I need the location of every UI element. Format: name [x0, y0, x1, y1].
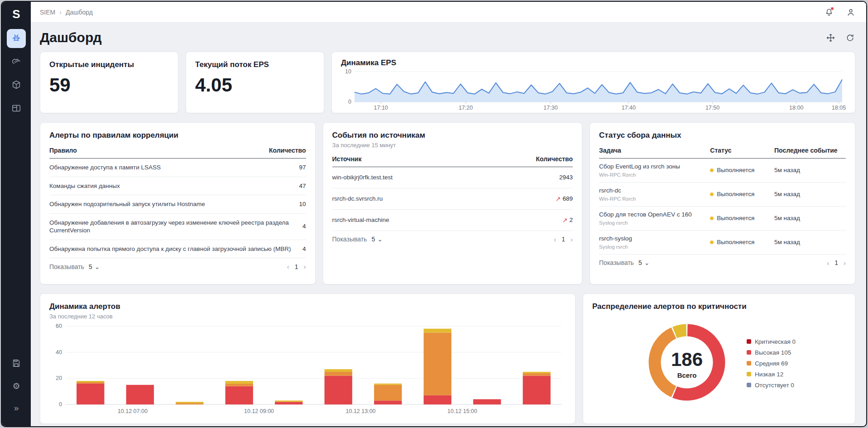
- page-size-value: 5: [638, 259, 642, 266]
- page-next-button[interactable]: ›: [844, 259, 846, 267]
- topbar: SIEM › Дашборд: [31, 2, 866, 23]
- svg-text:20: 20: [56, 375, 62, 381]
- sidebar-item-panels[interactable]: [7, 100, 26, 119]
- page-prev-button[interactable]: ‹: [827, 259, 829, 267]
- alert-rules-table: Обнаружение доступа к памяти LSASS97Кома…: [49, 159, 306, 258]
- svg-text:10.12 09:00: 10.12 09:00: [244, 408, 274, 414]
- main-area: SIEM › Дашборд: [31, 2, 866, 426]
- sidebar-item-dashboard[interactable]: [7, 29, 26, 48]
- table-row[interactable]: Сбор для тестов OpenAEV с 160Syslog rsrc…: [599, 207, 846, 231]
- table-row[interactable]: rsrch-syslogSyslog rsrchВыполняется5м на…: [599, 231, 846, 255]
- eps-area-chart: 01017:1017:2017:3017:4017:5018:0018:05: [341, 69, 846, 112]
- bug-icon: [11, 33, 21, 44]
- status-label: Выполняется: [717, 239, 754, 245]
- table-row[interactable]: Обнаружение доступа к памяти LSASS97: [49, 159, 306, 177]
- eps-flow-value: 4.05: [195, 76, 315, 95]
- page-size-label: Показывать: [599, 259, 634, 266]
- topbar-actions: [825, 8, 855, 17]
- sidebar-item-settings[interactable]: ⚙: [7, 376, 26, 395]
- refresh-icon: [846, 34, 854, 42]
- source-name-cell: rsrch-dc.svrsrch.ru: [332, 195, 394, 203]
- page-size-select[interactable]: Показывать 5 ⌄: [599, 259, 649, 266]
- rule-name-cell: Обнаружение добавления в автозагрузку че…: [49, 219, 302, 235]
- table-row[interactable]: win-obikjrj0rfk.test.test2943: [332, 167, 573, 188]
- source-count-cell: ↗2: [562, 216, 573, 224]
- card-title: Динамика EPS: [341, 58, 846, 67]
- rule-count-cell: 10: [299, 200, 306, 208]
- source-count-value: 2943: [559, 173, 573, 182]
- sidebar-collapse-button[interactable]: »: [7, 398, 26, 417]
- sidebar: S: [2, 2, 31, 426]
- severity-total-value: 186: [671, 349, 703, 370]
- page-number[interactable]: 1: [561, 236, 565, 243]
- notification-dot: [830, 7, 834, 10]
- legend-label: Низкая 12: [755, 371, 783, 378]
- last-event-cell: 5м назад: [774, 191, 846, 197]
- page-next-button[interactable]: ›: [571, 236, 573, 243]
- app-logo[interactable]: S: [12, 8, 20, 20]
- rearrange-widgets-button[interactable]: [825, 33, 836, 43]
- legend-swatch: [747, 383, 751, 387]
- legend-swatch: [747, 350, 751, 355]
- card-title: Открытые инциденты: [49, 60, 169, 69]
- sidebar-item-packages[interactable]: [7, 76, 26, 95]
- table-row[interactable]: Обнаружение добавления в автозагрузку че…: [49, 214, 306, 240]
- open-incidents-value: 59: [49, 76, 169, 95]
- svg-text:17:50: 17:50: [705, 105, 719, 111]
- eps-flow-card: Текущий поток EPS 4.05: [186, 52, 324, 113]
- sidebar-bottom: ⚙ »: [7, 355, 26, 420]
- page-size-select[interactable]: Показывать 5 ⌄: [332, 236, 383, 243]
- page-prev-button[interactable]: ‹: [554, 236, 556, 243]
- table-row[interactable]: Сбор EventLog из rsrch зоныWin-RPC Rsrch…: [599, 159, 846, 183]
- legend-item: Низкая 12: [747, 371, 796, 378]
- card-subtitle: За последние 12 часов: [49, 313, 566, 320]
- rule-name-cell: Обнаружение доступа к памяти LSASS: [49, 164, 172, 172]
- legend-item: Средняя 69: [747, 360, 796, 367]
- notifications-button[interactable]: [825, 8, 834, 17]
- sidebar-item-response[interactable]: [7, 53, 26, 72]
- legend-label: Отсутствует 0: [755, 382, 794, 389]
- event-sources-table: win-obikjrj0rfk.test.test2943rsrch-dc.sv…: [332, 167, 573, 231]
- page-title: Дашборд: [40, 30, 102, 45]
- breadcrumb-root[interactable]: SIEM: [40, 9, 55, 16]
- refresh-button[interactable]: [845, 33, 855, 43]
- page-size-select[interactable]: Показывать 5 ⌄: [49, 263, 100, 270]
- table-header: Правило Количество: [49, 140, 306, 159]
- page-prev-button[interactable]: ‹: [287, 263, 289, 270]
- table-row[interactable]: rsrch-dc.svrsrch.ru↗689: [332, 188, 573, 210]
- page-number[interactable]: 1: [834, 259, 838, 266]
- sidebar-item-save[interactable]: [7, 355, 26, 374]
- user-menu-button[interactable]: [846, 8, 855, 17]
- status-dot: [710, 168, 714, 172]
- page-next-button[interactable]: ›: [304, 263, 306, 270]
- table-row[interactable]: rsrch-dcWin-RPC RsrchВыполняется5м назад: [599, 183, 846, 207]
- last-event-cell: 5м назад: [774, 239, 846, 245]
- task-name: rsrch-dc: [599, 187, 710, 195]
- svg-text:60: 60: [56, 323, 62, 329]
- page-number[interactable]: 1: [295, 263, 298, 270]
- rule-count-cell: 47: [299, 182, 306, 190]
- task-name: Сбор для тестов OpenAEV с 160: [599, 211, 710, 219]
- legend-label: Средняя 69: [755, 360, 788, 367]
- table-row[interactable]: Команды сжатия данных47: [49, 177, 306, 196]
- table-row[interactable]: Обнаружен подозрительный запуск утилиты …: [49, 195, 306, 214]
- col-rule: Правило: [49, 147, 77, 154]
- pagination: ‹ 1 ›: [554, 236, 573, 243]
- task-cell: rsrch-dcWin-RPC Rsrch: [599, 187, 710, 202]
- col-count: Количество: [269, 147, 306, 154]
- table-row[interactable]: Обнаружена попытка прямого доступа к дис…: [49, 240, 306, 259]
- chevron-down-icon: ⌄: [95, 264, 100, 270]
- page-size-label: Показывать: [49, 263, 84, 270]
- rule-name-cell: Команды сжатия данных: [49, 182, 131, 190]
- table-row[interactable]: rsrch-virtual-machine↗2: [332, 210, 573, 231]
- status-cell: Выполняется: [710, 215, 774, 221]
- col-status: Статус: [710, 147, 774, 154]
- source-count-value: 2: [570, 216, 573, 224]
- status-dot: [710, 240, 714, 244]
- task-collector: Syslog rsrch: [599, 244, 710, 250]
- app-window: S: [1, 1, 867, 427]
- severity-donut-chart: 186Всего: [643, 318, 731, 409]
- col-count: Количество: [536, 155, 573, 163]
- svg-text:10.12 07:00: 10.12 07:00: [118, 408, 148, 414]
- severity-total-label: Всего: [677, 371, 697, 379]
